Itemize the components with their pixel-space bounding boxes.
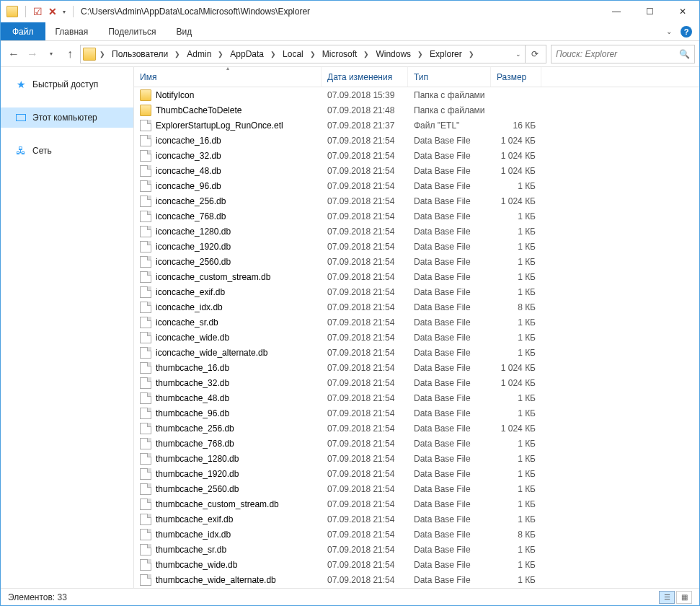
file-row[interactable]: thumbcache_wide.db07.09.2018 21:54Data B… bbox=[134, 557, 699, 572]
file-row[interactable]: ExplorerStartupLog_RunOnce.etl07.09.2018… bbox=[134, 118, 699, 133]
file-row[interactable]: thumbcache_16.db07.09.2018 21:54Data Bas… bbox=[134, 360, 699, 375]
crumb-arrow-icon[interactable]: ❯ bbox=[361, 45, 371, 63]
file-row[interactable]: thumbcache_wide_alternate.db07.09.2018 2… bbox=[134, 572, 699, 587]
breadcrumb-segment[interactable]: Local bbox=[278, 45, 308, 63]
breadcrumb-segment[interactable]: AppData bbox=[226, 45, 268, 63]
properties-icon[interactable]: ☑ bbox=[33, 6, 43, 17]
crumb-arrow-icon[interactable]: ❯ bbox=[216, 45, 226, 63]
file-row[interactable]: thumbcache_idx.db07.09.2018 21:54Data Ba… bbox=[134, 527, 699, 542]
breadcrumb-segment[interactable]: Explorer bbox=[425, 45, 466, 63]
file-row[interactable]: iconcache_wide.db07.09.2018 21:54Data Ba… bbox=[134, 330, 699, 345]
file-date: 07.09.2018 21:54 bbox=[322, 151, 408, 161]
file-row[interactable]: NotifyIcon07.09.2018 15:39Папка с файлам… bbox=[134, 87, 699, 102]
file-row[interactable]: iconcache_custom_stream.db07.09.2018 21:… bbox=[134, 269, 699, 284]
file-size: 1 КБ bbox=[491, 484, 541, 494]
sidebar-this-pc[interactable]: Этот компьютер bbox=[1, 107, 133, 128]
file-date: 07.09.2018 21:54 bbox=[322, 393, 408, 403]
back-button[interactable]: ← bbox=[5, 45, 22, 63]
file-icon bbox=[140, 438, 151, 449]
minimize-button[interactable]: — bbox=[600, 1, 633, 22]
tab-file[interactable]: Файл bbox=[1, 22, 45, 40]
address-bar[interactable]: ❯ Пользователи❯Admin❯AppData❯Local❯Micro… bbox=[80, 45, 546, 63]
file-row[interactable]: ThumbCacheToDelete07.09.2018 21:48Папка … bbox=[134, 102, 699, 118]
file-row[interactable]: iconcache_16.db07.09.2018 21:54Data Base… bbox=[134, 133, 699, 148]
file-row[interactable]: thumbcache_96.db07.09.2018 21:54Data Bas… bbox=[134, 405, 699, 421]
file-row[interactable]: thumbcache_custom_stream.db07.09.2018 21… bbox=[134, 496, 699, 511]
file-icon bbox=[140, 423, 151, 434]
file-row[interactable]: iconcache_96.db07.09.2018 21:54Data Base… bbox=[134, 178, 699, 193]
search-box[interactable]: 🔍 bbox=[551, 45, 695, 63]
file-row[interactable]: thumbcache_1280.db07.09.2018 21:54Data B… bbox=[134, 451, 699, 466]
ribbon-expand-icon[interactable]: ⌄ bbox=[666, 27, 672, 35]
file-row[interactable]: iconcache_1920.db07.09.2018 21:54Data Ba… bbox=[134, 239, 699, 254]
file-row[interactable]: thumbcache_768.db07.09.2018 21:54Data Ba… bbox=[134, 436, 699, 451]
file-row[interactable]: iconcache_256.db07.09.2018 21:54Data Bas… bbox=[134, 193, 699, 208]
file-date: 07.09.2018 21:54 bbox=[322, 575, 408, 585]
file-row[interactable]: iconcache_exif.db07.09.2018 21:54Data Ba… bbox=[134, 284, 699, 299]
crumb-arrow-icon[interactable]: ❯ bbox=[466, 45, 477, 63]
column-type[interactable]: Тип bbox=[408, 67, 491, 87]
tab-view[interactable]: Вид bbox=[166, 22, 202, 40]
file-size: 8 КБ bbox=[491, 530, 541, 540]
address-dropdown-icon[interactable]: ⌄ bbox=[510, 45, 525, 63]
file-row[interactable]: thumbcache_1920.db07.09.2018 21:54Data B… bbox=[134, 466, 699, 481]
file-size: 1 024 КБ bbox=[491, 136, 541, 146]
history-dropdown[interactable]: ▾ bbox=[43, 45, 60, 63]
file-row[interactable]: thumbcache_2560.db07.09.2018 21:54Data B… bbox=[134, 481, 699, 496]
file-row[interactable]: iconcache_48.db07.09.2018 21:54Data Base… bbox=[134, 163, 699, 178]
file-type: Data Base File bbox=[408, 348, 491, 358]
refresh-button[interactable]: ⟳ bbox=[525, 45, 544, 63]
breadcrumb-segment[interactable]: Пользователи bbox=[107, 45, 172, 63]
delete-icon[interactable]: ✕ bbox=[48, 6, 57, 17]
sidebar-quick-access[interactable]: ★ Быстрый доступ bbox=[1, 74, 133, 95]
column-date[interactable]: Дата изменения bbox=[322, 67, 408, 87]
details-view-button[interactable]: ☰ bbox=[659, 591, 675, 604]
close-button[interactable]: ✕ bbox=[666, 1, 699, 22]
file-row[interactable]: iconcache_idx.db07.09.2018 21:54Data Bas… bbox=[134, 299, 699, 315]
maximize-button[interactable]: ☐ bbox=[633, 1, 666, 22]
file-icon bbox=[140, 347, 151, 359]
file-type: Data Base File bbox=[408, 302, 491, 312]
icons-view-button[interactable]: ▦ bbox=[676, 591, 692, 604]
file-type: Data Base File bbox=[408, 514, 491, 524]
up-button[interactable]: ↑ bbox=[61, 45, 79, 63]
crumb-arrow-icon[interactable]: ❯ bbox=[172, 45, 182, 63]
breadcrumb-segment[interactable]: Microsoft bbox=[318, 45, 362, 63]
column-size[interactable]: Размер bbox=[491, 67, 541, 87]
file-date: 07.09.2018 21:54 bbox=[322, 484, 408, 494]
file-size: 1 КБ bbox=[491, 499, 541, 509]
file-size: 1 КБ bbox=[491, 575, 541, 585]
breadcrumb-segment[interactable]: Windows bbox=[371, 45, 415, 63]
file-size: 1 КБ bbox=[491, 545, 541, 555]
file-size: 1 КБ bbox=[491, 439, 541, 449]
sidebar-network[interactable]: 🖧 Сеть bbox=[1, 141, 133, 161]
breadcrumb-segment[interactable]: Admin bbox=[182, 45, 216, 63]
qat-dropdown-icon[interactable]: ▾ bbox=[63, 9, 66, 15]
search-input[interactable] bbox=[556, 49, 679, 59]
file-row[interactable]: iconcache_wide_alternate.db07.09.2018 21… bbox=[134, 345, 699, 360]
crumb-arrow-icon[interactable]: ❯ bbox=[268, 45, 278, 63]
file-row[interactable]: thumbcache_48.db07.09.2018 21:54Data Bas… bbox=[134, 390, 699, 405]
tab-home[interactable]: Главная bbox=[45, 22, 99, 40]
file-row[interactable]: thumbcache_32.db07.09.2018 21:54Data Bas… bbox=[134, 375, 699, 390]
file-row[interactable]: thumbcache_256.db07.09.2018 21:54Data Ba… bbox=[134, 421, 699, 436]
forward-button[interactable]: → bbox=[24, 45, 41, 63]
help-icon[interactable]: ? bbox=[681, 26, 692, 38]
file-row[interactable]: iconcache_768.db07.09.2018 21:54Data Bas… bbox=[134, 208, 699, 224]
file-row[interactable]: thumbcache_sr.db07.09.2018 21:54Data Bas… bbox=[134, 542, 699, 557]
crumb-arrow-icon[interactable]: ❯ bbox=[308, 45, 318, 63]
file-row[interactable]: iconcache_32.db07.09.2018 21:54Data Base… bbox=[134, 148, 699, 163]
file-date: 07.09.2018 21:54 bbox=[322, 272, 408, 282]
file-row[interactable]: iconcache_1280.db07.09.2018 21:54Data Ba… bbox=[134, 224, 699, 239]
file-icon bbox=[140, 392, 151, 404]
search-icon[interactable]: 🔍 bbox=[679, 49, 690, 59]
tab-share[interactable]: Поделиться bbox=[98, 22, 166, 40]
file-row[interactable]: iconcache_2560.db07.09.2018 21:54Data Ba… bbox=[134, 254, 699, 269]
file-row[interactable]: iconcache_sr.db07.09.2018 21:54Data Base… bbox=[134, 315, 699, 330]
file-date: 07.09.2018 21:54 bbox=[322, 378, 408, 388]
file-size: 1 КБ bbox=[491, 211, 541, 221]
crumb-arrow-icon[interactable]: ❯ bbox=[97, 45, 107, 63]
file-row[interactable]: thumbcache_exif.db07.09.2018 21:54Data B… bbox=[134, 511, 699, 527]
crumb-arrow-icon[interactable]: ❯ bbox=[415, 45, 425, 63]
column-name[interactable]: ▴ Имя bbox=[134, 67, 322, 87]
